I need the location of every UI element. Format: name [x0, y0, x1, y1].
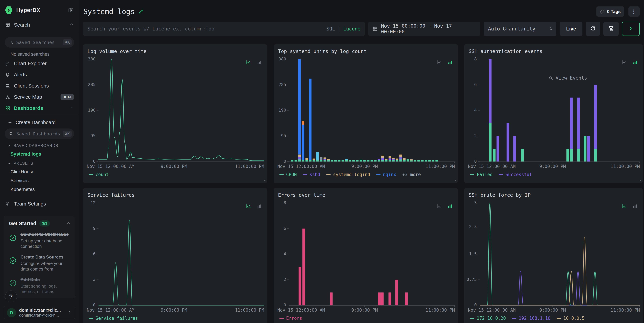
separator: |	[338, 26, 340, 32]
saved-searches-input[interactable]: Saved Searches ⌘K	[5, 37, 74, 48]
resize-handle-icon[interactable]	[454, 178, 456, 182]
no-saved-searches-text: No saved searches	[0, 48, 79, 58]
sidebar-item-search[interactable]: Search	[0, 19, 79, 31]
resize-handle-icon[interactable]	[454, 322, 456, 323]
legend-item[interactable]: 10.0.0.5	[556, 316, 584, 321]
y-tick-mark	[96, 228, 98, 229]
date-range-picker[interactable]: Nov 15 00:00:00 - Nov 17 00:00:00	[368, 22, 480, 36]
get-started-step[interactable]: Connect to ClickHouse Set up your databa…	[9, 232, 70, 249]
event-search-input[interactable]: Search your events w/ Lucene ex. column:…	[83, 22, 365, 36]
filter-icon	[608, 25, 614, 32]
more-options-button[interactable]: ⋮	[628, 7, 640, 17]
table-icon	[5, 22, 10, 28]
resize-handle-icon[interactable]	[638, 178, 642, 182]
y-tick-label: 95	[83, 133, 96, 138]
x-tick-label: 11:00:00 PM	[235, 164, 264, 169]
legend-item[interactable]: Service failures	[89, 316, 138, 321]
user-menu[interactable]: D dominic.tran@clic... dominic.tran@clic…	[4, 306, 75, 319]
refresh-button[interactable]	[586, 22, 600, 36]
panel-service-failures: Service failures 036912Nov 15 12:00:00 A…	[83, 188, 267, 323]
user-email: dominic.tran@clickh...	[19, 313, 61, 318]
chevron-up-icon[interactable]	[69, 22, 74, 28]
bell-icon	[5, 72, 10, 77]
legend-item[interactable]: 192.168.1.10	[512, 316, 550, 321]
x-tick-mark	[640, 162, 640, 163]
presets-section[interactable]: PRESETS	[0, 157, 79, 166]
sidebar-item-clickhouse[interactable]: ClickHouse	[0, 166, 79, 175]
live-button[interactable]: Live	[560, 22, 582, 36]
avatar: D	[7, 308, 16, 317]
filter-button[interactable]	[604, 22, 619, 36]
sidebar-item-services[interactable]: Services	[0, 175, 79, 183]
view-events-label: View Events	[556, 75, 587, 81]
y-tick-mark	[478, 227, 480, 227]
legend-item[interactable]: Successful	[499, 172, 532, 177]
lucene-mode-toggle[interactable]: Lucene	[343, 26, 360, 32]
shortcut-badge: ⌘K	[63, 131, 72, 137]
saved-dashboards-section[interactable]: SAVED DASHBOARDS	[0, 139, 79, 148]
y-tick-mark	[478, 85, 480, 85]
x-axis-line	[289, 162, 455, 162]
sidebar-item-chart-explorer[interactable]: Chart Explorer	[0, 58, 79, 69]
y-tick-label: 3	[83, 277, 96, 282]
sidebar-item-kubernetes[interactable]: Kubernetes	[0, 183, 79, 192]
tags-button[interactable]: 0 Tags	[596, 7, 624, 17]
y-tick-label: 8	[274, 200, 286, 205]
sidebar-item-systemd-logs[interactable]: Systemd logs	[0, 148, 79, 157]
sidebar-item-alerts[interactable]: Alerts	[0, 69, 79, 80]
y-tick-mark	[96, 254, 98, 254]
chevron-up-icon[interactable]	[66, 221, 70, 226]
x-tick-label: 11:00:00 PM	[426, 164, 455, 169]
resize-handle-icon[interactable]	[263, 178, 266, 182]
x-tick-mark	[454, 162, 455, 163]
chevron-up-icon[interactable]	[69, 105, 74, 111]
check-circle-icon	[9, 232, 17, 249]
legend-item[interactable]: 172.16.0.20	[470, 316, 506, 321]
run-query-button[interactable]	[622, 22, 640, 36]
help-button[interactable]: ?	[5, 290, 17, 302]
legend-label: CRON	[286, 172, 297, 177]
y-tick-mark	[287, 85, 289, 85]
y-tick-mark	[287, 254, 289, 254]
y-tick-label: 190	[274, 108, 286, 113]
get-started-step[interactable]: Create Data Sources Configure where your…	[9, 254, 70, 272]
resize-handle-icon[interactable]	[263, 322, 266, 323]
edit-title-icon[interactable]	[139, 9, 144, 15]
shortcut-badge: ⌘K	[63, 39, 72, 45]
x-axis-line	[98, 162, 264, 162]
y-tick-mark	[287, 110, 289, 111]
legend-more-link[interactable]: +3 more	[402, 172, 421, 177]
sidebar-item-team-settings[interactable]: Team Settings	[0, 198, 79, 209]
legend-item[interactable]: CRON	[280, 172, 297, 177]
legend-swatch	[89, 318, 93, 318]
create-dashboard-button[interactable]: Create Dashboard	[0, 115, 79, 126]
legend-swatch	[89, 174, 93, 175]
sql-mode-toggle[interactable]: SQL	[326, 26, 335, 32]
chart-legend: Service failures	[89, 316, 138, 321]
view-events-button[interactable]: View Events	[548, 75, 587, 81]
legend-item[interactable]: systemd-logind	[326, 172, 370, 177]
saved-dashboards-input[interactable]: Saved Dashboards ⌘K	[5, 129, 74, 139]
legend-item[interactable]: Errors	[280, 316, 302, 321]
legend-item[interactable]: nginx	[376, 172, 396, 177]
legend-item[interactable]: count	[89, 172, 109, 177]
resize-handle-icon[interactable]	[638, 322, 642, 323]
get-started-progress-badge: 3/3	[40, 220, 50, 226]
granularity-select[interactable]: Auto Granularity	[484, 22, 556, 36]
search-icon	[548, 76, 553, 80]
y-tick-mark	[478, 203, 480, 203]
get-started-step[interactable]: Add Data Start sending logs, metrics, or…	[9, 277, 70, 294]
sidebar-item-dashboards[interactable]: Dashboards	[0, 103, 79, 114]
sidebar-item-client-sessions[interactable]: Client Sessions	[0, 80, 79, 91]
sidebar-item-label: Search	[14, 22, 30, 28]
x-tick-label: Nov 15 12:00:00 AM	[87, 164, 134, 169]
chart-legend: 172.16.0.20192.168.1.1010.0.0.5	[470, 316, 584, 321]
chart-plot: 095190285380Nov 15 12:00:00 AM9:00:00 PM…	[274, 44, 458, 183]
legend-item[interactable]: Failed	[470, 172, 493, 177]
y-tick-mark	[478, 110, 480, 111]
legend-item[interactable]: sshd	[303, 172, 320, 177]
chart-legend: FailedSuccessful	[470, 172, 532, 177]
sidebar-item-service-map[interactable]: Service Map BETA	[0, 91, 79, 103]
section-label: SAVED DASHBOARDS	[14, 143, 58, 148]
collapse-sidebar-icon[interactable]	[68, 7, 74, 13]
